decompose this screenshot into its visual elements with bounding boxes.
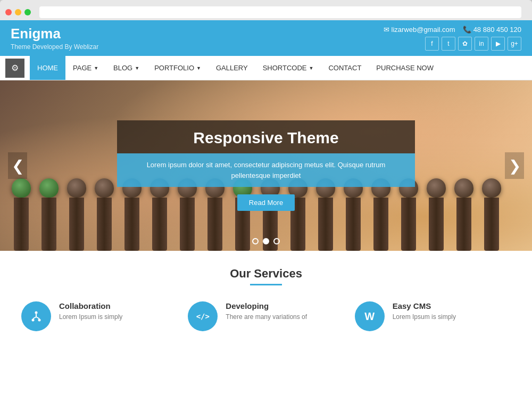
hero-title-box: Responsive Theme	[117, 120, 415, 153]
hero-slider: Responsive Theme Lorem ipsum dolor sit a…	[0, 80, 532, 251]
nav-contact[interactable]: CONTACT	[321, 56, 369, 80]
social-twitter[interactable]: t	[442, 37, 455, 51]
phone-icon: 📞	[463, 26, 471, 34]
email-info: ✉ lizarweb@gmail.com	[384, 26, 455, 34]
svg-line-4	[33, 317, 36, 319]
read-more-button[interactable]: Read More	[237, 194, 295, 211]
social-google[interactable]: g+	[508, 37, 521, 51]
nav-purchase[interactable]: PURCHASE NOW	[369, 56, 441, 80]
service-collaboration: Collaboration Lorem Ipsum is simply	[21, 301, 177, 331]
page-arrow: ▼	[94, 66, 98, 71]
collaboration-title: Collaboration	[59, 301, 122, 310]
nav-gallery[interactable]: GALLERY	[209, 56, 255, 80]
blog-arrow: ▼	[135, 66, 139, 71]
address-bar[interactable]	[39, 6, 521, 18]
phone-info: 📞 48 880 450 120	[463, 26, 521, 34]
slider-dot-1[interactable]	[252, 238, 259, 244]
social-settings[interactable]: ✿	[458, 37, 472, 51]
nav-gear-button[interactable]: ⚙	[5, 59, 24, 78]
website: Enigma Theme Developed By Weblizar ✉ liz…	[0, 20, 532, 393]
developing-icon: </>	[188, 301, 218, 331]
header-right: ✉ lizarweb@gmail.com 📞 48 880 450 120 f …	[384, 26, 522, 51]
social-icons: f t ✿ in ▶ g+	[384, 37, 522, 51]
git-fork-icon	[30, 310, 43, 323]
email-text: lizarweb@gmail.com	[392, 26, 455, 34]
social-linkedin[interactable]: in	[475, 37, 488, 51]
developing-title: Developing	[226, 301, 307, 310]
service-cms: W Easy CMS Lorem Ipsum is simply	[355, 301, 511, 331]
wordpress-icon: W	[364, 310, 375, 323]
slider-dot-3[interactable]	[273, 238, 280, 244]
brand-tagline: Theme Developed By Weblizar	[11, 43, 98, 51]
services-section: Our Services Collaboration Lorem Ip	[0, 251, 532, 342]
svg-point-1	[32, 319, 35, 322]
social-youtube[interactable]: ▶	[491, 37, 505, 51]
service-developing: </> Developing There are many variations…	[188, 301, 344, 331]
knob-16	[426, 178, 447, 251]
svg-point-2	[38, 319, 41, 322]
nav-shortcode[interactable]: SHORTCODE ▼	[255, 56, 321, 80]
contact-info: ✉ lizarweb@gmail.com 📞 48 880 450 120	[384, 26, 522, 34]
knob-2	[38, 178, 60, 251]
email-icon: ✉	[384, 26, 389, 34]
phone-text: 48 880 450 120	[473, 26, 521, 34]
cms-desc: Lorem Ipsum is simply	[393, 313, 456, 322]
shortcode-arrow: ▼	[309, 66, 314, 71]
cms-icon: W	[355, 301, 385, 331]
browser-dot-red[interactable]	[5, 9, 12, 15]
collaboration-desc: Lorem Ipsum is simply	[59, 313, 122, 322]
browser-dot-green[interactable]	[24, 9, 31, 15]
nav-blog[interactable]: BLOG ▼	[106, 56, 147, 80]
hero-description: Lorem ipsum dolor sit amet, consectetur …	[128, 160, 404, 181]
navbar: ⚙ HOME PAGE ▼ BLOG ▼ PORTFOLIO ▼ GALLERY…	[0, 56, 532, 80]
slider-dots	[252, 238, 280, 244]
services-title: Our Services	[21, 267, 511, 281]
hero-title: Responsive Theme	[133, 129, 399, 147]
knob-1	[11, 178, 32, 251]
portfolio-arrow: ▼	[196, 66, 201, 71]
nav-page[interactable]: PAGE ▼	[65, 56, 106, 80]
slider-next-button[interactable]: ❯	[505, 152, 524, 179]
cms-title: Easy CMS	[393, 301, 456, 310]
nav-links: HOME PAGE ▼ BLOG ▼ PORTFOLIO ▼ GALLERY S…	[30, 56, 441, 80]
hero-overlay: Responsive Theme Lorem ipsum dolor sit a…	[117, 120, 415, 211]
developing-desc: There are many variations of	[226, 313, 307, 322]
collaboration-icon	[21, 301, 51, 331]
svg-point-0	[35, 312, 38, 314]
knob-17	[453, 178, 475, 251]
service-developing-text: Developing There are many variations of	[226, 301, 307, 322]
slider-prev-button[interactable]: ❮	[8, 152, 27, 179]
header: Enigma Theme Developed By Weblizar ✉ liz…	[0, 20, 532, 56]
hero-desc-box: Lorem ipsum dolor sit amet, consectetur …	[117, 153, 415, 187]
brand-name: Enigma	[11, 26, 98, 42]
nav-home[interactable]: HOME	[30, 56, 65, 80]
code-icon: </>	[196, 312, 210, 321]
knob-4	[94, 178, 115, 251]
knob-3	[66, 178, 87, 251]
nav-portfolio[interactable]: PORTFOLIO ▼	[147, 56, 209, 80]
slider-dot-2[interactable]	[263, 238, 269, 244]
browser-dot-yellow[interactable]	[15, 9, 21, 15]
browser-chrome	[0, 0, 532, 20]
knob-18	[481, 178, 502, 251]
social-facebook[interactable]: f	[425, 37, 439, 51]
brand: Enigma Theme Developed By Weblizar	[11, 26, 98, 51]
section-underline	[250, 284, 282, 285]
service-collaboration-text: Collaboration Lorem Ipsum is simply	[59, 301, 122, 322]
service-cms-text: Easy CMS Lorem Ipsum is simply	[393, 301, 456, 322]
svg-line-5	[36, 317, 39, 319]
services-grid: Collaboration Lorem Ipsum is simply </> …	[21, 301, 511, 331]
